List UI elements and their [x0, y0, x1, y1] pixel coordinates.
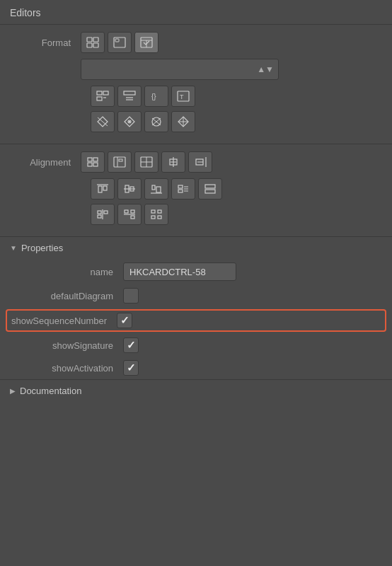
- defaultDiagram-label: defaultDiagram: [10, 291, 123, 301]
- name-row: name: [0, 259, 392, 284]
- showActivation-row: showActivation ✓: [0, 357, 392, 379]
- svg-rect-62: [205, 190, 215, 193]
- format-icons: [81, 32, 158, 53]
- svg-rect-65: [98, 215, 101, 218]
- svg-text:{}: {}: [151, 93, 156, 100]
- svg-rect-13: [124, 91, 135, 95]
- svg-rect-1: [93, 37, 98, 42]
- align1-btn1[interactable]: [81, 151, 105, 173]
- dropdown-arrow-icon: ▲▼: [257, 64, 274, 74]
- showSignature-checkbox[interactable]: ✓: [123, 337, 139, 353]
- svg-rect-33: [88, 163, 92, 166]
- grid1-btn3[interactable]: {}: [144, 86, 168, 107]
- svg-rect-10: [103, 91, 108, 95]
- svg-rect-32: [93, 158, 98, 161]
- svg-rect-0: [87, 37, 92, 42]
- svg-rect-74: [158, 216, 161, 219]
- svg-rect-11: [97, 97, 102, 100]
- name-label: name: [10, 267, 123, 277]
- svg-text:T: T: [180, 93, 184, 100]
- editors-title: Editors: [0, 0, 392, 24]
- svg-line-20: [98, 117, 108, 126]
- grid1-btn2[interactable]: [117, 86, 142, 107]
- defaultDiagram-row: defaultDiagram ✓: [0, 284, 392, 307]
- svg-rect-66: [104, 211, 108, 214]
- svg-rect-35: [114, 157, 125, 167]
- align3-btn1[interactable]: [91, 204, 115, 225]
- align2-btn5[interactable]: [198, 178, 222, 200]
- grid1-btn4[interactable]: T: [171, 86, 195, 107]
- defaultDiagram-checkbox[interactable]: ✓: [123, 288, 139, 304]
- alignment-section: Alignment: [0, 144, 392, 236]
- svg-rect-37: [119, 159, 122, 161]
- showSequenceNumber-label: showSequenceNumber: [11, 316, 117, 326]
- svg-rect-56: [178, 185, 183, 188]
- align3-btn3[interactable]: [144, 204, 168, 225]
- showSequenceNumber-highlighted-row: showSequenceNumber ✓: [6, 309, 386, 332]
- svg-rect-64: [98, 211, 101, 214]
- align1-btn2[interactable]: [108, 151, 132, 173]
- svg-rect-53: [152, 185, 155, 190]
- properties-header[interactable]: ▼ Properties: [0, 237, 392, 259]
- svg-rect-2: [87, 43, 92, 47]
- showSequenceNumber-checkmark: ✓: [120, 314, 129, 327]
- format-dropdown[interactable]: ▲▼: [81, 59, 279, 80]
- align1-btn3[interactable]: [134, 151, 158, 173]
- properties-title: Properties: [21, 243, 63, 253]
- svg-rect-71: [151, 210, 155, 213]
- align1-btn5[interactable]: [188, 151, 212, 173]
- documentation-title: Documentation: [20, 386, 81, 396]
- showActivation-checkbox[interactable]: ✓: [123, 360, 139, 376]
- documentation-header[interactable]: ▶ Documentation: [0, 380, 392, 402]
- format-label: Format: [10, 37, 81, 48]
- showActivation-label: showActivation: [10, 363, 123, 374]
- properties-arrow-icon: ▼: [10, 244, 17, 252]
- editors-panel: Editors Format: [0, 0, 392, 566]
- grid2-btn1[interactable]: [91, 111, 115, 132]
- align3-btn2[interactable]: [117, 204, 142, 225]
- align2-btn1[interactable]: [91, 178, 115, 200]
- align2-btn4[interactable]: [171, 178, 195, 200]
- svg-rect-72: [158, 210, 161, 213]
- alignment-row3: [91, 204, 382, 225]
- showActivation-checkmark: ✓: [127, 362, 136, 374]
- svg-rect-68: [125, 210, 128, 213]
- showSignature-label: showSignature: [10, 340, 123, 351]
- icon-grid-1: {} T: [91, 86, 382, 107]
- grid2-btn3[interactable]: [144, 111, 168, 132]
- svg-rect-61: [205, 185, 215, 188]
- format-btn-1[interactable]: [81, 32, 105, 53]
- alignment-row2: [91, 178, 382, 200]
- dropdown-row: ▲▼: [10, 59, 382, 80]
- svg-rect-31: [88, 158, 92, 161]
- svg-rect-69: [131, 210, 134, 213]
- alignment-label: Alignment: [10, 157, 81, 168]
- grid1-btn1[interactable]: [91, 86, 115, 107]
- align2-btn3[interactable]: [144, 178, 168, 200]
- svg-rect-34: [93, 163, 98, 166]
- showSequenceNumber-checkbox[interactable]: ✓: [117, 313, 132, 328]
- grid2-btn2[interactable]: [117, 111, 142, 132]
- alignment-icons-1: [81, 151, 212, 173]
- icon-grid-2: [91, 111, 382, 132]
- format-btn-2[interactable]: [108, 32, 132, 53]
- grid2-btn4[interactable]: [171, 111, 195, 132]
- svg-rect-73: [151, 216, 155, 219]
- svg-rect-3: [93, 43, 98, 47]
- properties-section: ▼ Properties name defaultDiagram ✓ showS…: [0, 237, 392, 379]
- showSignature-checkmark: ✓: [127, 339, 136, 352]
- name-input[interactable]: [123, 262, 236, 281]
- svg-rect-48: [98, 186, 102, 192]
- svg-rect-9: [97, 91, 102, 95]
- format-row: Format: [10, 32, 382, 53]
- align2-btn2[interactable]: [117, 178, 142, 200]
- showSequenceNumber-container: showSequenceNumber ✓: [6, 309, 386, 332]
- svg-rect-70: [131, 216, 134, 219]
- align1-btn4[interactable]: [161, 151, 185, 173]
- documentation-arrow-icon: ▶: [10, 387, 16, 395]
- format-btn-3[interactable]: [134, 32, 158, 53]
- svg-rect-5: [115, 39, 119, 42]
- documentation-section: ▶ Documentation: [0, 380, 392, 402]
- showSignature-row: showSignature ✓: [0, 334, 392, 357]
- svg-rect-57: [178, 190, 183, 192]
